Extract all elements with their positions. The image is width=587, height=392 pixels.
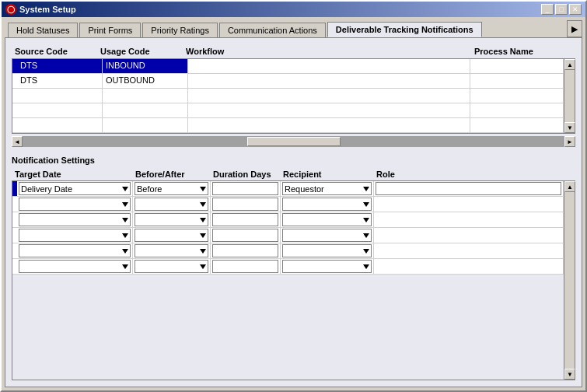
list-item[interactable]: Delivery Date Before [12, 181, 564, 197]
list-item[interactable] [12, 243, 564, 259]
col-header-usage-code: Usage Code [97, 46, 183, 57]
table-row[interactable] [12, 103, 564, 118]
hscroll-right-button[interactable]: ► [564, 136, 575, 147]
cell-source-code: DTS [17, 74, 103, 88]
table-row[interactable] [12, 89, 564, 103]
notif-recipient: Requestor [281, 181, 374, 196]
notif-target-date [17, 197, 133, 212]
notif-before-after: Before [133, 181, 211, 196]
tab-priority-ratings[interactable]: Priority Ratings [142, 23, 218, 37]
duration-days-input[interactable] [212, 182, 278, 195]
before-after-select[interactable] [135, 244, 208, 257]
hscroll-track[interactable] [23, 136, 564, 147]
title-buttons: _ □ ✕ [541, 4, 582, 15]
list-item[interactable] [12, 259, 564, 275]
tab-scroll-arrow[interactable]: ▶ [567, 20, 582, 37]
notif-role [374, 212, 564, 227]
role-input[interactable] [376, 182, 561, 195]
before-after-select[interactable]: Before [135, 182, 208, 195]
cell-process-name [470, 103, 564, 117]
before-after-select[interactable] [135, 213, 208, 226]
cell-usage-code [103, 103, 188, 117]
cell-workflow [188, 59, 470, 73]
recipient-select[interactable] [282, 198, 372, 211]
notif-recipient [281, 259, 374, 274]
duration-days-input[interactable] [212, 260, 278, 273]
cell-usage-code: OUTBOUND [103, 74, 188, 88]
notif-duration-days [211, 212, 281, 227]
top-grid-vscrollbar[interactable]: ▲ ▼ [564, 59, 575, 133]
notif-role [374, 259, 564, 274]
recipient-select[interactable] [282, 213, 372, 226]
tab-print-forms[interactable]: Print Forms [79, 23, 141, 37]
notification-section-title: Notification Settings [12, 156, 575, 165]
col-header-target-date: Target Date [12, 169, 132, 180]
tab-hold-statuses[interactable]: Hold Statuses [8, 23, 78, 37]
content-area: Hold Statuses Print Forms Priority Ratin… [2, 17, 585, 390]
target-date-select[interactable] [19, 198, 131, 211]
col-header-recipient: Recipient [280, 169, 373, 180]
col-header-process-name: Process Name [471, 46, 564, 57]
before-after-select[interactable] [135, 198, 208, 211]
notif-scroll-track[interactable] [564, 192, 575, 369]
target-date-select[interactable]: Delivery Date [19, 182, 131, 195]
notif-target-date [17, 243, 133, 258]
cell-process-name [470, 89, 564, 103]
list-item[interactable] [12, 228, 564, 243]
before-after-select[interactable] [135, 229, 208, 242]
recipient-select[interactable]: Requestor [282, 182, 372, 195]
table-row[interactable]: DTS OUTBOUND [12, 74, 564, 89]
target-date-select[interactable] [19, 260, 131, 273]
recipient-select[interactable] [282, 244, 372, 257]
hscroll-left-button[interactable]: ◄ [12, 136, 23, 147]
notif-recipient [281, 228, 374, 243]
main-panel: Source Code Usage Code Workflow Process … [5, 37, 582, 387]
notif-scroll-up-button[interactable]: ▲ [564, 181, 575, 192]
before-after-select[interactable] [135, 260, 208, 273]
notif-scroll-down-button[interactable]: ▼ [564, 369, 575, 380]
notif-grid-vscrollbar[interactable]: ▲ ▼ [564, 181, 575, 380]
cell-workflow [188, 118, 470, 132]
scroll-up-button[interactable]: ▲ [564, 59, 575, 70]
notif-role [374, 243, 564, 258]
list-item[interactable] [12, 212, 564, 228]
cell-source-code [17, 103, 103, 117]
recipient-select[interactable] [282, 260, 372, 273]
list-item[interactable] [12, 197, 564, 212]
cell-workflow [188, 103, 470, 117]
duration-days-input[interactable] [212, 198, 278, 211]
minimize-button[interactable]: _ [541, 4, 554, 15]
table-row[interactable] [12, 118, 564, 133]
target-date-select[interactable] [19, 244, 131, 257]
table-row[interactable]: DTS INBOUND [12, 59, 564, 74]
target-date-select[interactable] [19, 229, 131, 242]
cell-process-name [470, 74, 564, 88]
top-grid-hscrollbar[interactable]: ◄ ► [12, 135, 575, 148]
top-grid-container: DTS INBOUND DTS OUTBOUND [12, 58, 575, 134]
close-button[interactable]: ✕ [569, 4, 582, 15]
notif-role [374, 228, 564, 243]
notif-grid-header: Target Date Before/After Duration Days R… [12, 168, 575, 180]
recipient-select[interactable] [282, 229, 372, 242]
cell-usage-code [103, 118, 188, 132]
duration-days-input[interactable] [212, 213, 278, 226]
col-header-source-code: Source Code [12, 46, 97, 57]
notif-grid-container: Delivery Date Before [12, 180, 575, 380]
tab-deliverable-tracking[interactable]: Deliverable Tracking Notifications [327, 22, 482, 37]
notif-role [374, 181, 564, 196]
scroll-track[interactable] [564, 70, 575, 122]
col-header-duration-days: Duration Days [210, 169, 280, 180]
scroll-down-button[interactable]: ▼ [564, 122, 575, 133]
hscroll-thumb[interactable] [247, 137, 341, 146]
notif-target-date [17, 212, 133, 227]
tab-communication-actions[interactable]: Communication Actions [219, 23, 326, 37]
cell-source-code: DTS [17, 59, 103, 73]
cell-process-name [470, 59, 564, 73]
notif-before-after [133, 197, 211, 212]
duration-days-input[interactable] [212, 244, 278, 257]
maximize-button[interactable]: □ [555, 4, 568, 15]
duration-days-input[interactable] [212, 229, 278, 242]
notif-duration-days [211, 259, 281, 274]
target-date-select[interactable] [19, 213, 131, 226]
notif-recipient [281, 243, 374, 258]
